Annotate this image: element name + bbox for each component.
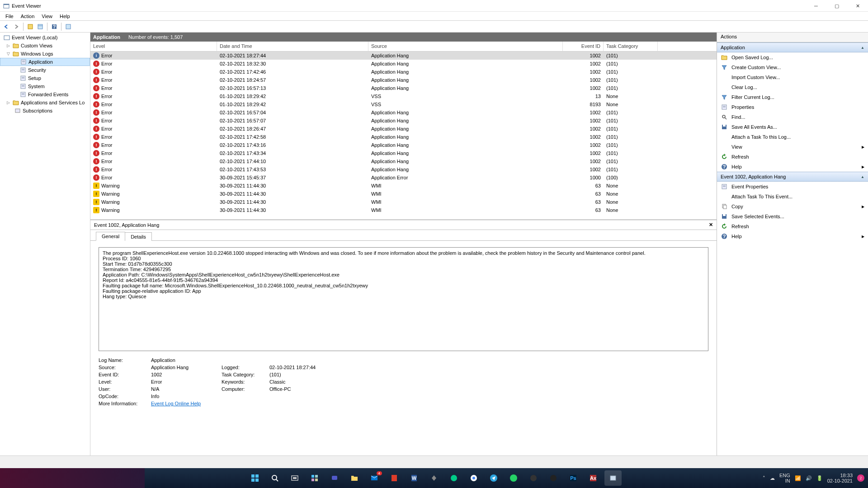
nav-tree[interactable]: Event Viewer (Local) ▷ Custom Views ▽ Wi…: [0, 33, 90, 455]
action-save-selected-events[interactable]: Save Selected Events...: [717, 211, 868, 221]
taskview-icon[interactable]: [286, 470, 303, 486]
edge-icon[interactable]: [445, 470, 462, 486]
action-import-custom-view[interactable]: Import Custom View...: [717, 72, 868, 82]
menu-action[interactable]: Action: [17, 13, 38, 20]
event-row[interactable]: Error02-10-2021 17:42:58Application Hang…: [90, 133, 717, 141]
widgets-icon[interactable]: [306, 470, 323, 486]
grid-body[interactable]: Error02-10-2021 18:27:44Application Hang…: [90, 52, 717, 220]
clock[interactable]: 18:33 02-10-2021: [827, 473, 853, 483]
tree-apps-services[interactable]: ▷ Applications and Services Lo: [0, 99, 90, 107]
action-attach-a-task-to-this-log[interactable]: Attach a Task To this Log...: [717, 132, 868, 142]
back-button[interactable]: [2, 22, 11, 31]
event-row[interactable]: Error02-10-2021 18:26:47Application Hang…: [90, 125, 717, 133]
online-help-link[interactable]: Event Log Online Help: [151, 401, 201, 406]
event-row[interactable]: Warning30-09-2021 11:44:30WMI63None: [90, 198, 717, 206]
action-help[interactable]: ?Help▶: [717, 162, 868, 172]
event-row[interactable]: Error02-10-2021 18:32:30Application Hang…: [90, 60, 717, 68]
whatsapp-icon[interactable]: [505, 470, 522, 486]
column-taskcategory[interactable]: Task Category: [604, 42, 658, 51]
action-create-custom-view[interactable]: Create Custom View...: [717, 62, 868, 72]
action-refresh[interactable]: Refresh: [717, 221, 868, 231]
event-row[interactable]: Warning30-09-2021 11:44:30WMI63None: [90, 190, 717, 198]
show-tree-button[interactable]: [26, 22, 35, 31]
column-source[interactable]: Source: [368, 42, 563, 51]
action-filter-current-log[interactable]: Filter Current Log...: [717, 92, 868, 102]
event-row[interactable]: Error02-10-2021 17:44:10Application Hang…: [90, 157, 717, 165]
action-save-all-events-as[interactable]: Save All Events As...: [717, 122, 868, 132]
minimize-button[interactable]: ─: [806, 0, 826, 12]
expand-icon[interactable]: ▷: [5, 43, 11, 48]
action-attach-task-to-this-event[interactable]: Attach Task To This Event...: [717, 192, 868, 202]
obs-icon[interactable]: [545, 470, 562, 486]
action-open-saved-log[interactable]: Open Saved Log...: [717, 52, 868, 62]
event-row[interactable]: Error02-10-2021 17:42:46Application Hang…: [90, 68, 717, 76]
tree-log-application[interactable]: Application: [0, 58, 90, 66]
app3-icon[interactable]: Ax: [585, 470, 602, 486]
tray-expand-icon[interactable]: ˄: [763, 475, 765, 481]
language-indicator[interactable]: ENG IN: [779, 473, 790, 483]
actions-section-event[interactable]: Event 1002, Application Hang▲: [717, 172, 868, 182]
action-find[interactable]: Find...: [717, 112, 868, 122]
eventviewer-taskbar-icon[interactable]: [604, 470, 622, 486]
event-row[interactable]: Error02-10-2021 16:57:07Application Hang…: [90, 117, 717, 125]
event-row[interactable]: Error01-10-2021 18:29:42VSS13None: [90, 92, 717, 100]
acrobat-icon[interactable]: [386, 470, 403, 486]
action-refresh[interactable]: Refresh: [717, 152, 868, 162]
event-row[interactable]: Error02-10-2021 18:27:44Application Hang…: [90, 52, 717, 60]
event-row[interactable]: Error30-09-2021 15:45:37Application Erro…: [90, 174, 717, 182]
onedrive-icon[interactable]: ☁: [770, 475, 775, 481]
tree-log-forwarded-events[interactable]: Forwarded Events: [0, 90, 90, 99]
app2-icon[interactable]: [525, 470, 542, 486]
tree-custom-views[interactable]: ▷ Custom Views: [0, 42, 90, 50]
event-row[interactable]: Error02-10-2021 16:57:04Application Hang…: [90, 108, 717, 117]
tree-log-setup[interactable]: Setup: [0, 74, 90, 82]
taskbar[interactable]: 4 W Ps Ax ˄ ☁ ENG IN 📶 🔊 🔋 18:3: [0, 468, 868, 488]
properties-button[interactable]: [36, 22, 45, 31]
battery-icon[interactable]: 🔋: [816, 475, 823, 481]
action-copy[interactable]: Copy▶: [717, 202, 868, 211]
tree-windows-logs[interactable]: ▽ Windows Logs: [0, 50, 90, 58]
tree-subscriptions[interactable]: Subscriptions: [0, 107, 90, 115]
photoshop-icon[interactable]: Ps: [565, 470, 582, 486]
event-row[interactable]: Error02-10-2021 17:43:16Application Hang…: [90, 141, 717, 149]
event-row[interactable]: Warning30-09-2021 11:44:30WMI63None: [90, 182, 717, 190]
close-button[interactable]: ✕: [847, 0, 868, 12]
collapse-icon[interactable]: ▽: [5, 52, 11, 56]
event-row[interactable]: Warning30-09-2021 11:44:30WMI63None: [90, 206, 717, 214]
chat-icon[interactable]: [326, 470, 343, 486]
tree-log-system[interactable]: System: [0, 82, 90, 90]
telegram-icon[interactable]: [485, 470, 502, 486]
volume-icon[interactable]: 🔊: [806, 475, 812, 481]
action-view[interactable]: View▶: [717, 142, 868, 152]
refresh-button[interactable]: [64, 22, 73, 31]
forward-button[interactable]: [12, 22, 21, 31]
notifications-icon[interactable]: 2: [857, 474, 864, 482]
start-button[interactable]: [246, 470, 264, 486]
chrome-icon[interactable]: [465, 470, 482, 486]
word-icon[interactable]: W: [406, 470, 423, 486]
event-row[interactable]: Error02-10-2021 16:57:13Application Hang…: [90, 84, 717, 92]
menu-view[interactable]: View: [38, 13, 56, 20]
event-row[interactable]: Error02-10-2021 18:24:57Application Hang…: [90, 76, 717, 84]
menu-help[interactable]: Help: [56, 13, 74, 20]
column-eventid[interactable]: Event ID: [563, 42, 604, 51]
tree-root[interactable]: Event Viewer (Local): [0, 33, 90, 42]
wifi-icon[interactable]: 📶: [795, 475, 801, 481]
event-row[interactable]: Error02-10-2021 17:43:53Application Hang…: [90, 165, 717, 174]
actions-section-application[interactable]: Application▲: [717, 42, 868, 52]
action-event-properties[interactable]: Event Properties: [717, 182, 868, 192]
explorer-icon[interactable]: [346, 470, 363, 486]
tab-details[interactable]: Details: [125, 232, 152, 241]
help-button[interactable]: ?: [50, 22, 59, 31]
action-properties[interactable]: Properties: [717, 102, 868, 112]
event-row[interactable]: Error02-10-2021 17:43:34Application Hang…: [90, 149, 717, 157]
detail-close-button[interactable]: ✕: [709, 222, 713, 228]
column-level[interactable]: Level: [90, 42, 217, 51]
tab-general[interactable]: General: [96, 232, 125, 241]
action-help[interactable]: ?Help▶: [717, 231, 868, 241]
event-row[interactable]: Error01-10-2021 18:29:42VSS8193None: [90, 100, 717, 108]
mail-icon[interactable]: 4: [366, 470, 383, 486]
menu-file[interactable]: File: [2, 13, 17, 20]
tree-log-security[interactable]: Security: [0, 66, 90, 74]
column-date[interactable]: Date and Time: [217, 42, 368, 51]
